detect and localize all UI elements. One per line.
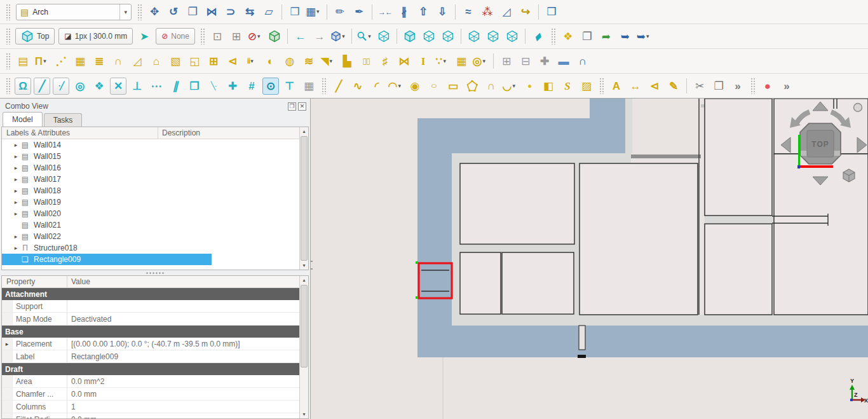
line-icon[interactable]: ╱ bbox=[330, 78, 347, 95]
snap-intersection-icon[interactable]: ✕ bbox=[110, 78, 126, 95]
axis-icon[interactable]: ◐ bbox=[262, 53, 279, 70]
stretch-icon[interactable]: ▱ bbox=[261, 3, 277, 20]
expand-arrow-icon[interactable]: ▸ bbox=[12, 165, 20, 171]
element-selection-icon[interactable] bbox=[266, 28, 283, 45]
property-value[interactable]: Deactivated bbox=[67, 313, 299, 325]
snap-angle-icon[interactable]: ❖ bbox=[91, 78, 107, 95]
linked-object-icon-dropdown[interactable]: ▾ bbox=[342, 34, 347, 39]
link-actions-icon[interactable]: ➥▾ bbox=[636, 28, 653, 45]
tab-model[interactable]: Model bbox=[3, 112, 43, 127]
layers-icon[interactable]: ❒ bbox=[543, 3, 560, 20]
snap-extension-icon[interactable]: ⋯ bbox=[148, 78, 165, 95]
array-icon-dropdown[interactable]: ▾ bbox=[316, 9, 322, 15]
autogroup-button[interactable]: ⊘None bbox=[156, 28, 195, 45]
tree-item-wall022[interactable]: ▸▤Wall022 bbox=[2, 231, 299, 242]
hatch-icon[interactable]: ▨ bbox=[578, 78, 595, 95]
pins-icon[interactable]: ii▾ bbox=[243, 53, 260, 70]
clone-icon[interactable]: ❒ bbox=[287, 3, 303, 20]
property-row-chamfer-[interactable]: Chamfer ...0.0 mm bbox=[2, 388, 299, 401]
truss-icon[interactable]: ⋈ bbox=[396, 53, 412, 70]
tree-item-wall021[interactable]: ▤Wall021 bbox=[2, 219, 299, 231]
tree-item-wall016[interactable]: ▸▤Wall016 bbox=[2, 162, 299, 174]
toolbar-grip[interactable] bbox=[6, 4, 10, 20]
property-row-map-mode[interactable]: Map ModeDeactivated bbox=[2, 313, 299, 326]
tree-column-labels[interactable]: Labels & Attributes bbox=[2, 127, 158, 139]
snap-perpendicular-icon[interactable]: ⊥ bbox=[129, 78, 146, 95]
flip-direction-icon[interactable]: ↪ bbox=[517, 3, 534, 20]
export-icon[interactable]: ➦ bbox=[598, 28, 614, 45]
snap-working-plane-icon[interactable]: ❒ bbox=[186, 78, 203, 95]
make-link-icon[interactable]: ➥ bbox=[617, 28, 634, 45]
property-group-draft[interactable]: Draft bbox=[2, 363, 299, 375]
property-value[interactable]: Rectangle009 bbox=[67, 350, 299, 362]
toolbar-grip[interactable] bbox=[6, 78, 10, 94]
tree-item-wall017[interactable]: ▸▤Wall017 bbox=[2, 174, 299, 185]
toolbar-grip[interactable] bbox=[322, 78, 326, 94]
tree-item-wall015[interactable]: ▸▤Wall015 bbox=[2, 151, 299, 162]
tree-item-wall019[interactable]: ▸▤Wall019 bbox=[2, 196, 299, 208]
fit-all-icon[interactable] bbox=[376, 28, 392, 45]
project-icon[interactable]: ∩ bbox=[110, 53, 126, 70]
dimension-icon[interactable]: ↔ bbox=[627, 78, 644, 95]
schedule-icon[interactable]: ▦ bbox=[453, 53, 470, 70]
snap-grid-icon[interactable]: # bbox=[243, 78, 260, 95]
scrollbar-thumb[interactable] bbox=[301, 136, 308, 261]
nav-back-icon[interactable]: ← bbox=[292, 28, 309, 45]
macro-record-icon[interactable]: ● bbox=[759, 78, 776, 95]
value-column-header[interactable]: Value bbox=[67, 277, 308, 286]
clipping-plane-icon[interactable]: ⊘▾ bbox=[247, 28, 264, 45]
add-component-icon[interactable]: ✚ bbox=[536, 53, 553, 70]
snap-parallel-icon[interactable]: ∥ bbox=[167, 78, 184, 95]
expand-arrow-icon[interactable]: ▸ bbox=[12, 233, 20, 240]
snap-center-icon[interactable]: ◎ bbox=[72, 78, 88, 95]
point-icon[interactable]: ● bbox=[521, 78, 538, 95]
rear-view-icon[interactable] bbox=[466, 28, 482, 45]
overflow-expand2-icon[interactable]: » bbox=[778, 78, 795, 95]
ellipse-icon[interactable]: ○ bbox=[426, 78, 442, 95]
snap-near-icon[interactable]: ╲∙ bbox=[205, 78, 222, 95]
tree-column-description[interactable]: Description bbox=[158, 128, 308, 137]
top-view-icon[interactable] bbox=[421, 28, 437, 45]
left-view-icon[interactable] bbox=[504, 28, 520, 45]
snap-midpoint-icon[interactable]: ∙╱ bbox=[53, 78, 69, 95]
equipment-icon[interactable]: ▙ bbox=[339, 53, 355, 70]
bottom-view-icon[interactable] bbox=[485, 28, 501, 45]
right-view-icon[interactable] bbox=[440, 28, 456, 45]
toolbar-grip[interactable] bbox=[137, 4, 142, 20]
frame-icon[interactable]: ▯▯ bbox=[358, 53, 374, 70]
new-document-icon[interactable]: ❐ bbox=[579, 28, 595, 45]
tree-item-wall014[interactable]: ▸▤Wall014 bbox=[2, 139, 299, 151]
cut-line-icon[interactable]: ⊟ bbox=[517, 53, 534, 70]
clipping-plane-icon-dropdown[interactable]: ▾ bbox=[257, 34, 263, 39]
roof-icon[interactable]: ◿ bbox=[129, 53, 146, 70]
building-icon[interactable]: ⌂ bbox=[148, 53, 165, 70]
arc-icon[interactable]: ◠▾ bbox=[388, 78, 404, 95]
wire-to-bspline-icon[interactable]: ≈ bbox=[460, 3, 477, 20]
cut-icon[interactable]: ✂ bbox=[691, 78, 708, 95]
grid-toggle-icon[interactable]: ▦ bbox=[301, 78, 317, 95]
property-row-fillet-radi-[interactable]: Fillet Radi...0.0 mm bbox=[2, 413, 299, 419]
panel-icon[interactable]: ◥▾ bbox=[320, 53, 336, 70]
window-icon[interactable]: ⊞ bbox=[205, 53, 222, 70]
property-row-placement[interactable]: ▸Placement[(0.00 0.00 1.00); 0.0 °; (-40… bbox=[2, 338, 299, 350]
property-value[interactable]: 1 bbox=[67, 401, 299, 413]
property-group-base[interactable]: Base bbox=[2, 326, 299, 338]
facebinder-icon[interactable]: ◧ bbox=[540, 78, 557, 95]
trimex-icon[interactable]: ⇆ bbox=[241, 3, 258, 20]
bezier-icon-dropdown[interactable]: ▾ bbox=[512, 83, 518, 89]
property-value[interactable]: 0.0 mm bbox=[67, 413, 299, 419]
pipe-icon[interactable]: ◎▾ bbox=[472, 53, 489, 70]
remove-component-icon[interactable]: ▬ bbox=[555, 53, 572, 70]
toolbar-grip[interactable] bbox=[750, 78, 755, 94]
view-top-button[interactable]: Top bbox=[15, 28, 55, 45]
tree-scrollbar[interactable]: ▴ ▾ bbox=[299, 127, 308, 270]
draft-edit-icon[interactable]: ✏ bbox=[332, 3, 348, 20]
offset-icon[interactable]: ⊃ bbox=[222, 3, 239, 20]
scroll-down-icon[interactable]: ▾ bbox=[300, 261, 308, 270]
toolbar-grip[interactable] bbox=[599, 78, 604, 94]
heads-up-pointer-icon[interactable]: ➤ bbox=[136, 28, 153, 45]
building-part-icon[interactable]: ≣ bbox=[91, 53, 107, 70]
slope-icon[interactable]: ◿ bbox=[498, 3, 515, 20]
nav-mini-cube-icon[interactable] bbox=[843, 169, 855, 182]
text-icon[interactable]: A bbox=[608, 78, 625, 95]
